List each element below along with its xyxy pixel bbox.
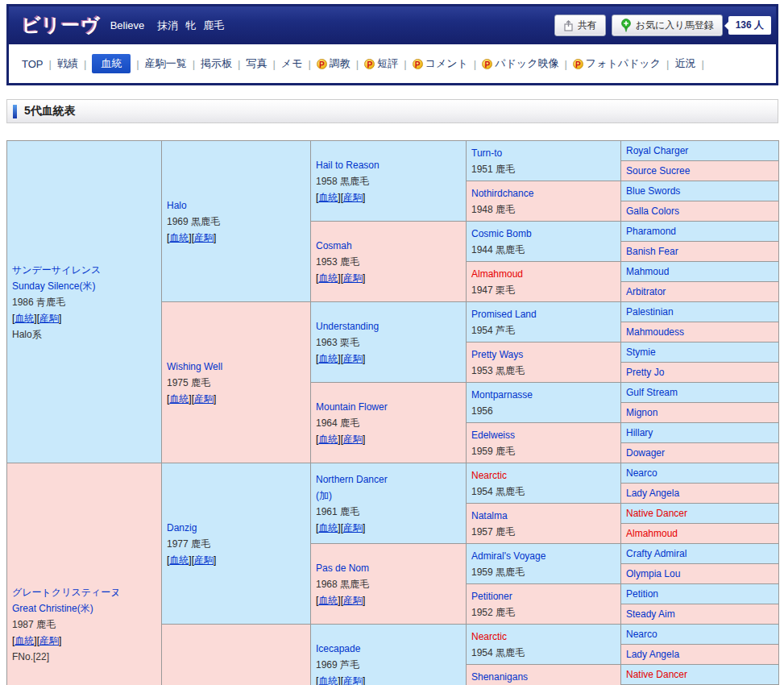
bloodline-link[interactable]: 血統 (318, 272, 338, 284)
bloodline-link[interactable]: 血統 (318, 522, 338, 533)
horse-name-link[interactable]: Gulf Stream (626, 387, 678, 398)
horse-name-link[interactable]: Nearctic (471, 631, 507, 642)
nav-item[interactable]: 血統 (92, 54, 131, 73)
horse-name-link[interactable]: Source Sucree (626, 165, 690, 176)
horse-name-link[interactable]: Nearco (626, 467, 657, 479)
horse-name-link[interactable]: Wishing Well (167, 361, 222, 372)
horse-name-link[interactable]: Mountain Flower (316, 401, 388, 413)
horse-name-link[interactable]: Nearctic (471, 470, 507, 481)
horse-name-link[interactable]: グレートクリスティーヌ (12, 587, 121, 598)
horse-name-link[interactable]: Nearco (626, 629, 657, 640)
offspring-link[interactable]: 産駒 (343, 272, 363, 284)
horse-name-link[interactable]: Stymie (626, 347, 656, 358)
horse-name-link[interactable]: Lady Angela (626, 488, 679, 499)
horse-name-link[interactable]: Pharamond (626, 226, 676, 237)
horse-name-link[interactable]: Almahmoud (471, 268, 523, 280)
horse-name-link[interactable]: Palestinian (626, 306, 674, 318)
horse-name-link[interactable]: Edelweiss (471, 430, 515, 441)
horse-name-link[interactable]: Icecapade (316, 643, 360, 654)
horse-name-link[interactable]: Danzig (167, 522, 197, 533)
nav-item[interactable]: Pパドック映像 (482, 56, 558, 71)
horse-name-link[interactable]: Mahmoudess (626, 326, 684, 338)
bloodline-link[interactable]: 血統 (318, 595, 338, 606)
nav-item[interactable]: Pフォトパドック (573, 56, 661, 71)
horse-name-link[interactable]: Shenanigans (471, 671, 528, 683)
bloodline-link[interactable]: 血統 (15, 635, 34, 646)
share-button[interactable]: 共有 (554, 15, 606, 36)
nav-item[interactable]: 産駒一覧 (145, 56, 187, 71)
horse-name-link[interactable]: サンデーサイレンス (12, 264, 101, 276)
offspring-link[interactable]: 産駒 (343, 595, 363, 606)
horse-name-link[interactable]: Native Dancer (626, 508, 687, 519)
horse-name-secondary[interactable]: (加) (316, 490, 332, 501)
horse-name-link[interactable]: Lady Angela (626, 649, 679, 660)
horse-name-link[interactable]: Dowager (626, 447, 665, 459)
horse-name-link[interactable]: Petition (626, 588, 658, 600)
nav-item[interactable]: P短評 (364, 56, 398, 71)
horse-name-link[interactable]: Hail to Reason (316, 160, 380, 171)
horse-name-link[interactable]: Pretty Jo (626, 367, 664, 378)
bloodline-link[interactable]: 血統 (318, 192, 338, 203)
favorite-button[interactable]: お気に入り馬登録 (612, 15, 723, 36)
horse-name-link[interactable]: Turn-to (471, 147, 502, 159)
horse-name-link[interactable]: Halo (167, 200, 187, 211)
horse-name-link[interactable]: Pretty Ways (471, 349, 523, 360)
offspring-link[interactable]: 産駒 (194, 232, 214, 243)
horse-name-link[interactable]: Blue Swords (626, 185, 680, 197)
bloodline-link[interactable]: 血統 (169, 393, 189, 405)
nav-item[interactable]: P調教 (317, 56, 351, 71)
horse-links: [血統][産駒] (316, 673, 463, 685)
premium-p-icon: P (317, 59, 327, 69)
horse-status: 抹消 (157, 19, 178, 33)
nav-item[interactable]: 戦績 (57, 56, 78, 71)
horse-name-link[interactable]: Arbitrator (626, 286, 666, 297)
offspring-link[interactable]: 産駒 (343, 675, 363, 685)
horse-name-link[interactable]: Native Dancer (626, 669, 687, 680)
horse-name-link[interactable]: Admiral's Voyage (471, 550, 545, 562)
horse-name-link[interactable]: Mahmoud (626, 266, 669, 277)
offspring-link[interactable]: 産駒 (343, 353, 363, 364)
bloodline-link[interactable]: 血統 (318, 434, 338, 445)
horse-name-link[interactable]: Understanding (316, 321, 379, 332)
offspring-link[interactable]: 産駒 (39, 313, 59, 324)
horse-name-link[interactable]: Almahmoud (626, 528, 678, 539)
offspring-link[interactable]: 産駒 (343, 522, 363, 533)
horse-name-link[interactable]: Petitioner (471, 591, 512, 602)
offspring-link[interactable]: 産駒 (194, 554, 214, 566)
horse-name-link[interactable]: Banish Fear (626, 246, 678, 257)
offspring-link[interactable]: 産駒 (194, 393, 214, 405)
horse-name-link[interactable]: Montparnasse (471, 389, 533, 401)
horse-name-link[interactable]: Promised Land (471, 309, 537, 320)
bloodline-link[interactable]: 血統 (169, 232, 189, 243)
horse-name-link[interactable]: Nothirdchance (471, 188, 533, 199)
offspring-link[interactable]: 産駒 (343, 434, 363, 445)
horse-name-link[interactable]: Olympia Lou (626, 568, 680, 579)
pedigree-cell: Native Dancer (621, 665, 779, 685)
horse-name-link[interactable]: Cosmah (316, 240, 352, 251)
horse-name-link[interactable]: Mignon (626, 407, 657, 418)
horse-name-link[interactable]: Royal Charger (626, 145, 688, 156)
bloodline-link[interactable]: 血統 (318, 675, 338, 685)
horse-name-link[interactable]: Steady Aim (626, 608, 675, 620)
nav-item[interactable]: Pコメント (413, 56, 468, 71)
nav-item[interactable]: 掲示板 (201, 56, 232, 71)
bloodline-link[interactable]: 血統 (15, 313, 34, 324)
nav-item[interactable]: 近況 (674, 56, 695, 71)
horse-name-link[interactable]: Cosmic Bomb (471, 228, 532, 239)
nav-item[interactable]: 写真 (246, 56, 267, 71)
offspring-link[interactable]: 産駒 (39, 635, 59, 646)
nav-item[interactable]: TOP (22, 58, 44, 70)
horse-name-link[interactable]: Northern Dancer (316, 474, 388, 485)
bloodline-link[interactable]: 血統 (169, 554, 189, 566)
horse-name-link[interactable]: Pas de Nom (316, 563, 369, 574)
horse-name-link[interactable]: Crafty Admiral (626, 548, 687, 559)
horse-name-link[interactable]: Hillary (626, 427, 653, 438)
horse-name-link[interactable]: Galla Colors (626, 206, 679, 217)
offspring-link[interactable]: 産駒 (343, 192, 363, 203)
nav-item[interactable]: メモ (281, 56, 303, 71)
horse-name-secondary[interactable]: Great Christine(米) (12, 603, 93, 614)
horse-name-link[interactable]: Natalma (471, 510, 508, 521)
horse-name-secondary[interactable]: Sunday Silence(米) (12, 280, 95, 292)
horse-links: [血統][産駒] (12, 633, 158, 649)
bloodline-link[interactable]: 血統 (318, 353, 338, 364)
